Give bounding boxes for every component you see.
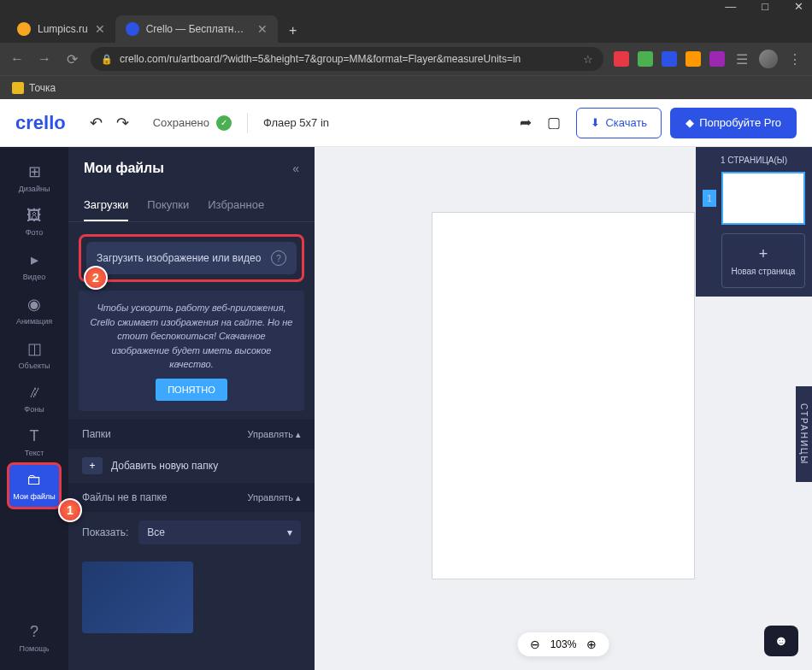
image-icon: 🖼 [26,207,42,225]
forward-button[interactable]: → [36,51,53,67]
nav-video[interactable]: ▸Видео [9,244,60,288]
extension-icon[interactable] [638,51,653,67]
address-bar: ← → ⟳ 🔒 crello.com/ru/artboard/?width=5&… [0,43,812,75]
star-icon[interactable]: ☆ [583,53,593,66]
grid-icon: ⊞ [28,162,41,181]
extension-icons: ☰ ⋮ [614,50,803,68]
share-icon[interactable]: ➦ [520,114,532,132]
undo-button[interactable]: ↶ [90,114,103,132]
logo[interactable]: crello [15,112,66,134]
nav-my-files[interactable]: 🗀Мои файлы [9,464,60,508]
sidebar-panel: Мои файлы « Загрузки Покупки Избранное З… [68,147,315,670]
folders-section-header[interactable]: Папки Управлять ▴ [68,420,315,449]
nav-label: Объекты [18,361,50,370]
zoom-in-button[interactable]: ⊕ [586,638,597,651]
pages-panel: 1 СТРАНИЦА(Ы) 1 + Новая страница [696,147,812,297]
nav-text[interactable]: TТекст [9,420,60,464]
download-label: Скачать [605,116,647,129]
new-page-button[interactable]: + Новая страница [721,233,805,288]
menu-icon[interactable]: ⋮ [786,51,803,68]
try-pro-button[interactable]: ◆ Попробуйте Pro [670,108,797,138]
diamond-icon: ◆ [685,116,694,129]
extension-icon[interactable] [709,51,725,67]
close-tab-icon[interactable]: ✕ [257,22,268,36]
minimize-button[interactable]: — [725,0,736,13]
manage-link[interactable]: Управлять ▴ [248,429,301,440]
tab-favicon-icon [17,22,31,36]
document-title[interactable]: Флаер 5x7 in [263,116,329,129]
info-text: Чтобы ускорить работу веб-приложения, Cr… [91,303,293,369]
chat-button[interactable]: ☻ [764,626,798,656]
nav-designs[interactable]: ⊞Дизайны [9,156,60,200]
back-button[interactable]: ← [9,51,26,67]
add-folder-button[interactable]: + Добавить новую папку [68,449,315,483]
tab-favorites[interactable]: Избранное [208,190,264,221]
download-button[interactable]: ⬇ Скачать [576,108,662,138]
bookmarks-bar: Точка [0,75,812,99]
upload-highlight: Загрузить изображение или видео ? [79,234,304,282]
reading-list-icon[interactable]: ☰ [733,51,750,68]
close-window-button[interactable]: ✕ [794,0,803,13]
browser-tab[interactable]: Lumpics.ru ✕ [7,15,115,43]
canvas[interactable] [432,212,695,579]
close-tab-icon[interactable]: ✕ [95,22,105,36]
nav-backgrounds[interactable]: ⫽Фоны [9,377,60,420]
zoom-out-button[interactable]: ⊖ [530,638,540,651]
upload-button[interactable]: Загрузить изображение или видео ? [86,242,297,274]
nav-label: Анимация [16,317,52,326]
ok-button[interactable]: ПОНЯТНО [156,379,227,402]
reload-button[interactable]: ⟳ [63,51,80,68]
filter-value: Все [147,526,165,538]
files-section-header[interactable]: Файлы не в папке Управлять ▴ [68,483,315,512]
files-label: Файлы не в папке [82,491,168,503]
plus-icon: + [759,245,768,263]
nav-objects[interactable]: ◫Объекты [9,332,60,377]
profile-avatar[interactable] [759,50,778,68]
new-tab-button[interactable]: + [281,19,305,43]
help-circle-icon[interactable]: ? [271,250,286,266]
manage-link[interactable]: Управлять ▴ [248,492,301,503]
pro-label: Попробуйте Pro [699,116,781,129]
window-titlebar: — □ ✕ [0,0,812,12]
uploaded-file-thumb[interactable] [82,561,193,633]
collapse-icon[interactable]: « [292,162,299,175]
folders-label: Папки [82,428,111,440]
url-input[interactable]: 🔒 crello.com/ru/artboard/?width=5&height… [91,47,603,71]
tab-purchases[interactable]: Покупки [147,190,189,221]
extension-icon[interactable] [662,51,677,67]
app-body: ⊞Дизайны 🖼Фото ▸Видео ◉Анимация ◫Объекты… [0,147,812,670]
zoom-control: ⊖ 103% ⊕ [518,632,609,656]
shapes-icon: ◫ [27,339,42,358]
bookmark-item[interactable]: Точка [12,82,56,94]
browser-tab-active[interactable]: Crello — Бесплатный инструмен ✕ [115,15,278,43]
nav-label: Дизайны [19,185,50,193]
pages-tab[interactable]: СТРАНИЦЫ [796,386,812,482]
nav-animation[interactable]: ◉Анимация [9,288,60,332]
download-icon: ⬇ [591,116,600,129]
nav-photo[interactable]: 🖼Фото [9,200,60,244]
nav-label: Видео [23,273,45,281]
callout-badge-1: 1 [58,498,82,522]
tab-title: Lumpics.ru [38,23,88,35]
folder-icon: 🗀 [26,471,42,489]
extension-icon[interactable] [685,51,701,67]
undo-redo-group: ↶ ↷ [90,114,129,132]
url-text: crello.com/ru/artboard/?width=5&height=7… [120,53,576,65]
filter-row: Показать: Все ▾ [68,512,315,553]
filter-select[interactable]: Все ▾ [138,520,301,544]
nav-label: Мои файлы [13,492,55,501]
extension-icon[interactable] [614,51,629,67]
tab-uploads[interactable]: Загрузки [84,190,128,221]
bookmark-label: Точка [29,82,56,94]
sidebar-title: Мои файлы [84,161,164,176]
redo-button[interactable]: ↷ [116,114,129,132]
save-status: Сохранено ✓ [153,115,232,131]
divider [247,113,248,133]
maximize-button[interactable]: □ [762,0,768,13]
hatch-icon: ⫽ [26,384,42,402]
nav-help[interactable]: ?Помощь [9,616,60,660]
page-thumbnail[interactable]: 1 [703,172,805,225]
browser-tabs: Lumpics.ru ✕ Crello — Бесплатный инструм… [0,12,812,43]
present-icon[interactable]: ▢ [547,114,561,132]
sidebar-header: Мои файлы « [68,147,315,190]
